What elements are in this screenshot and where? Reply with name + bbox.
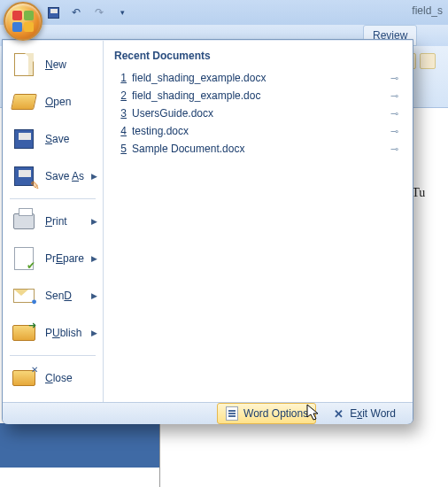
recent-filename: field_shading_example.docx — [132, 72, 387, 84]
menu-item-open[interactable]: Open — [3, 83, 103, 120]
recent-documents-panel: Recent Documents 1 field_shading_example… — [104, 41, 413, 402]
send-mail-icon — [12, 283, 36, 308]
office-button[interactable] — [4, 2, 42, 41]
menu-item-label: Close — [45, 372, 73, 384]
open-folder-icon — [12, 89, 36, 114]
menu-item-label: Save As — [45, 170, 84, 182]
recent-filename: Sample Document.docx — [132, 143, 387, 155]
statusbar-fragment — [0, 423, 159, 468]
publish-icon — [12, 321, 36, 345]
recent-document-item[interactable]: 1 field_shading_example.docx ⊸ — [112, 69, 404, 87]
exit-word-button[interactable]: ✕ Exit Word — [323, 403, 404, 424]
recent-filename: field_shading_example.doc — [132, 89, 387, 102]
title-bar: ↶ ↷ ▾ field_s — [0, 0, 448, 25]
menu-item-new[interactable]: New — [3, 46, 103, 83]
recent-document-item[interactable]: 5 Sample Document.docx ⊸ — [112, 140, 404, 158]
pin-icon[interactable]: ⊸ — [387, 90, 402, 102]
menu-item-close[interactable]: Close — [3, 359, 103, 397]
office-menu: New Open Save Save As ▶ Print ▶ — [2, 39, 413, 424]
menu-item-send[interactable]: SenD ▶ — [3, 277, 103, 314]
recent-index: 3 — [114, 107, 127, 120]
submenu-arrow-icon: ▶ — [91, 329, 97, 337]
menu-item-save-as[interactable]: Save As ▶ — [3, 158, 103, 195]
menu-item-print[interactable]: Print ▶ — [3, 203, 103, 240]
pin-icon[interactable]: ⊸ — [387, 143, 402, 155]
options-icon — [225, 406, 239, 421]
menu-item-label: Print — [45, 215, 67, 228]
menu-item-prepare[interactable]: PrEpare ▶ — [3, 240, 103, 277]
ribbon-btn-indent[interactable] — [420, 53, 436, 69]
pin-icon[interactable]: ⊸ — [387, 73, 402, 84]
menu-item-label: Open — [45, 96, 71, 108]
menu-item-save[interactable]: Save — [3, 120, 103, 158]
menu-item-label: PUblish — [45, 327, 81, 339]
recent-index: 5 — [114, 143, 127, 155]
recent-index: 2 — [114, 89, 127, 102]
office-logo-icon — [12, 11, 34, 32]
recent-document-item[interactable]: 3 UsersGuide.docx ⊸ — [112, 104, 404, 122]
save-as-icon — [12, 164, 36, 189]
office-menu-footer: Word Options ✕ Exit Word — [3, 402, 413, 424]
menu-item-label: Save — [45, 133, 69, 145]
exit-x-icon: ✕ — [331, 406, 345, 421]
pin-icon[interactable]: ⊸ — [387, 126, 402, 137]
button-label: Exit Word — [350, 407, 396, 420]
submenu-arrow-icon: ▶ — [91, 217, 97, 226]
pin-icon[interactable]: ⊸ — [387, 108, 402, 120]
submenu-arrow-icon: ▶ — [91, 172, 97, 181]
qat-redo-button[interactable]: ↷ — [90, 4, 108, 21]
print-icon — [12, 209, 36, 234]
qat-save-button[interactable] — [44, 4, 62, 21]
word-options-button[interactable]: Word Options — [217, 403, 316, 424]
recent-filename: testing.docx — [132, 125, 387, 137]
recent-filename: UsersGuide.docx — [132, 107, 387, 120]
menu-item-label: New — [45, 58, 66, 71]
recent-index: 4 — [114, 125, 127, 137]
recent-documents-header: Recent Documents — [112, 48, 404, 69]
prepare-icon — [12, 246, 36, 271]
button-label: Word Options — [243, 407, 308, 420]
qat-customize-button[interactable]: ▾ — [113, 4, 131, 21]
menu-item-label: PrEpare — [45, 252, 84, 265]
recent-index: 1 — [114, 72, 127, 84]
menu-item-publish[interactable]: PUblish ▶ — [3, 314, 103, 352]
window-title: field_s — [412, 4, 443, 17]
office-menu-commands: New Open Save Save As ▶ Print ▶ — [3, 41, 104, 402]
close-folder-icon — [12, 366, 36, 390]
recent-document-item[interactable]: 4 testing.docx ⊸ — [112, 122, 404, 140]
submenu-arrow-icon: ▶ — [91, 254, 97, 263]
submenu-arrow-icon: ▶ — [91, 291, 97, 300]
qat-undo-button[interactable]: ↶ — [67, 4, 85, 21]
save-disk-icon — [12, 127, 36, 151]
new-document-icon — [12, 52, 36, 77]
menu-item-label: SenD — [45, 290, 72, 302]
recent-document-item[interactable]: 2 field_shading_example.doc ⊸ — [112, 87, 404, 104]
